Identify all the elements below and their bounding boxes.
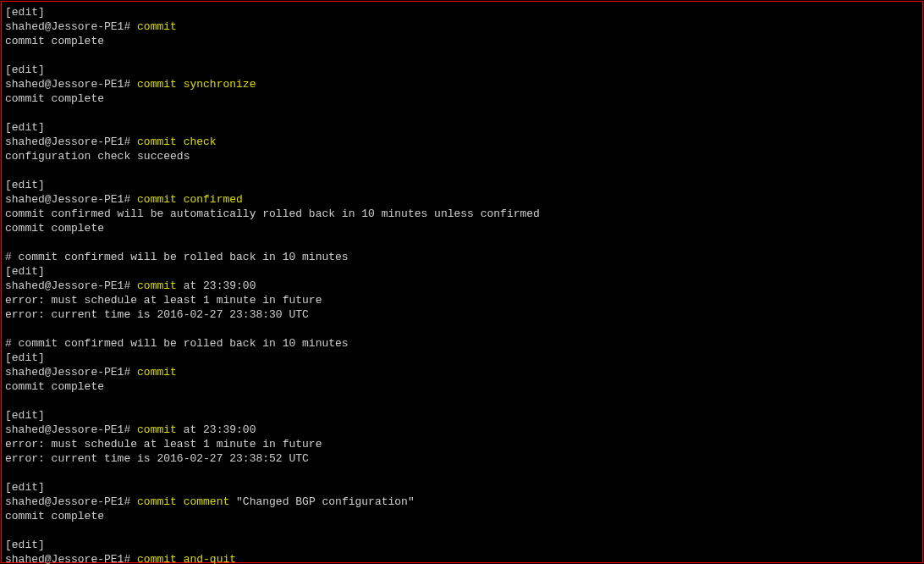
command-text: commit [137,279,184,292]
command-text: commit and-quit [137,553,236,564]
output-line: configuration check succeeds [5,149,919,163]
command-line: shahed@Jessore-PE1# commit and-quit [5,552,919,564]
command-line: shahed@Jessore-PE1# commit comment "Chan… [5,495,919,509]
prompt: shahed@Jessore-PE1# [5,553,137,564]
edit-marker: [edit] [5,63,919,77]
command-text: commit [137,20,177,33]
output-line: commit complete [5,34,919,48]
prompt: shahed@Jessore-PE1# [5,495,137,508]
prompt: shahed@Jessore-PE1# [5,78,137,91]
command-arg: at 23:39:00 [184,279,256,292]
edit-marker: [edit] [5,178,919,192]
command-text: commit comment [137,495,236,508]
comment-line: # commit confirmed will be rolled back i… [5,336,919,351]
output-line: commit confirmed will be automatically r… [5,207,919,221]
command-text: commit confirmed [137,193,243,206]
edit-marker: [edit] [5,264,919,279]
prompt: shahed@Jessore-PE1# [5,20,137,33]
edit-marker: [edit] [5,120,919,135]
output-line: error: must schedule at least 1 minute i… [5,293,919,307]
command-line: shahed@Jessore-PE1# commit [5,365,919,379]
command-line: shahed@Jessore-PE1# commit at 23:39:00 [5,279,919,293]
command-text: commit [137,423,184,436]
prompt: shahed@Jessore-PE1# [5,135,137,148]
edit-marker: [edit] [5,480,919,495]
command-line: shahed@Jessore-PE1# commit check [5,135,919,149]
prompt: shahed@Jessore-PE1# [5,423,137,436]
output-line: commit complete [5,221,919,235]
command-line: shahed@Jessore-PE1# commit [5,19,919,34]
output-line: commit complete [5,379,919,394]
edit-marker: [edit] [5,408,919,423]
output-line: error: current time is 2016-02-27 23:38:… [5,451,919,466]
edit-marker: [edit] [5,538,919,552]
command-line: shahed@Jessore-PE1# commit at 23:39:00 [5,423,919,437]
prompt: shahed@Jessore-PE1# [5,193,137,206]
comment-line: # commit confirmed will be rolled back i… [5,250,919,264]
terminal[interactable]: [edit] shahed@Jessore-PE1# commit commit… [1,1,923,563]
command-arg: at 23:39:00 [184,423,256,436]
prompt: shahed@Jessore-PE1# [5,279,137,292]
edit-marker: [edit] [5,351,919,365]
prompt: shahed@Jessore-PE1# [5,366,137,379]
output-line: commit complete [5,509,919,523]
command-text: commit [137,366,177,379]
edit-marker: [edit] [5,5,919,19]
command-line: shahed@Jessore-PE1# commit confirmed [5,192,919,207]
output-line: error: must schedule at least 1 minute i… [5,437,919,451]
command-line: shahed@Jessore-PE1# commit synchronize [5,77,919,91]
output-line: commit complete [5,91,919,106]
command-text: commit check [137,135,217,148]
command-text: commit synchronize [137,78,256,91]
output-line: error: current time is 2016-02-27 23:38:… [5,307,919,322]
command-arg: "Changed BGP configuration" [236,495,415,508]
